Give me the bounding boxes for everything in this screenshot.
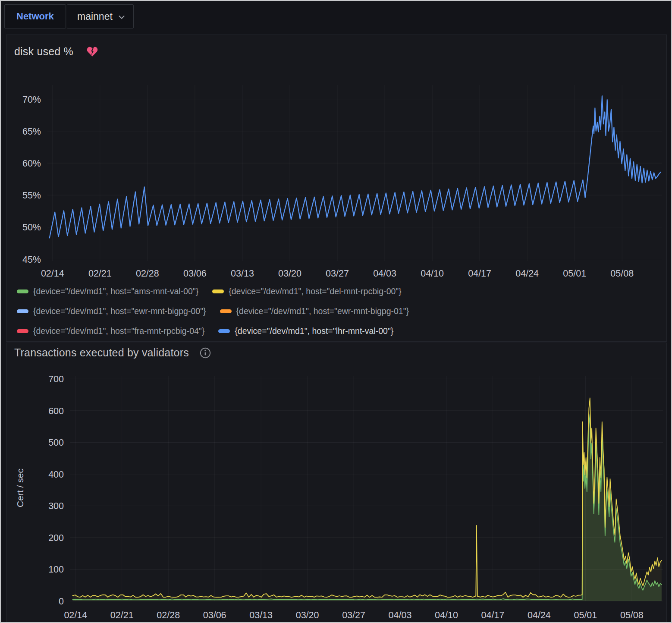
variable-label-text: Network [16,11,54,22]
chevron-down-icon [117,13,126,22]
tx-panel-title: Transactions executed by validators [14,346,189,359]
svg-text:50%: 50% [22,222,41,233]
svg-text:04/10: 04/10 [435,610,458,620]
variable-bar: Network mainnet [1,1,671,33]
legend-item-label: {device="/dev/md1", host="ewr-mnt-bigpg-… [33,306,206,316]
svg-text:400: 400 [48,469,64,480]
legend-item[interactable]: {device="/dev/md1", host="lhr-mnt-val-00… [218,321,393,341]
tx-panel-header[interactable]: Transactions executed by validators [6,343,666,359]
svg-text:02/28: 02/28 [157,610,180,620]
heart-break-icon [86,46,98,57]
series-color-swatch [218,329,230,333]
legend-item[interactable]: {device="/dev/md1", host="ewr-mnt-bigpg-… [17,301,206,321]
svg-text:04/17: 04/17 [468,268,491,279]
svg-text:03/20: 03/20 [278,268,301,279]
svg-text:02/14: 02/14 [64,610,87,620]
svg-text:03/13: 03/13 [249,610,273,620]
series-color-swatch [17,309,28,313]
svg-text:0: 0 [59,596,64,607]
svg-text:03/27: 03/27 [326,268,349,279]
svg-text:05/08: 05/08 [620,610,644,620]
disk-chart-legend: {device="/dev/md1", host="ams-mnt-val-00… [17,281,578,341]
legend-item[interactable]: {device="/dev/md1", host="ams-mnt-val-00… [17,281,198,301]
svg-text:55%: 55% [22,190,41,201]
svg-text:100: 100 [48,564,64,575]
variable-network-dropdown[interactable]: mainnet [67,4,134,28]
svg-text:200: 200 [48,533,64,543]
svg-text:02/21: 02/21 [88,268,112,279]
svg-text:03/06: 03/06 [183,268,207,279]
variable-value-text: mainnet [77,11,113,22]
legend-item-label: {device="/dev/md1", host="ams-mnt-val-00… [33,286,198,296]
svg-text:05/01: 05/01 [563,268,586,279]
series-color-swatch [17,289,28,293]
legend-item-label: {device="/dev/md1", host="fra-mnt-rpcbig… [33,326,204,336]
svg-text:04/03: 04/03 [389,610,412,620]
y-axis-label: Cert / sec [15,469,25,507]
grafana-dashboard: Network mainnet disk used % 45%50%55%60%… [0,0,672,623]
svg-text:05/08: 05/08 [610,268,634,279]
disk-used-panel: disk used % 45%50%55%60%65%70%02/1402/21… [6,35,667,342]
svg-text:04/24: 04/24 [515,268,539,279]
svg-text:45%: 45% [22,255,41,265]
transactions-chart[interactable]: 010020030040050060070002/1402/2102/2803/… [6,367,667,623]
svg-text:03/20: 03/20 [296,610,319,620]
info-circle-icon[interactable] [199,347,211,359]
legend-item[interactable]: {device="/dev/md1", host="del-mnt-rpcbig… [212,281,402,301]
svg-text:04/03: 04/03 [373,268,396,279]
svg-text:04/10: 04/10 [421,268,444,279]
svg-text:600: 600 [48,406,64,416]
disk-used-chart[interactable]: 45%50%55%60%65%70%02/1402/2102/2803/0603… [6,76,667,281]
transactions-panel: Transactions executed by validators 0100… [6,343,667,623]
svg-text:03/06: 03/06 [203,610,226,620]
variable-network-label: Network [4,4,66,28]
svg-text:02/14: 02/14 [41,268,64,279]
series-color-swatch [17,329,28,333]
svg-text:03/27: 03/27 [342,610,365,620]
svg-text:04/17: 04/17 [481,610,505,620]
svg-text:05/01: 05/01 [574,610,597,620]
disk-panel-title: disk used % [14,45,73,58]
legend-item[interactable]: {device="/dev/md1", host="ewr-mnt-bigpg-… [220,301,409,321]
legend-item[interactable]: {device="/dev/md1", host="fra-mnt-rpcbig… [17,321,204,341]
svg-text:60%: 60% [22,158,41,169]
disk-panel-header[interactable]: disk used % [6,35,666,58]
svg-text:300: 300 [48,501,64,511]
svg-text:02/21: 02/21 [110,610,134,620]
svg-text:02/28: 02/28 [136,268,159,279]
legend-item-label: {device="/dev/md1", host="lhr-mnt-val-00… [235,326,393,336]
series-color-swatch [212,289,224,293]
svg-text:65%: 65% [22,126,41,137]
svg-text:03/13: 03/13 [231,268,254,279]
series-color-swatch [220,309,232,313]
svg-text:04/24: 04/24 [528,610,551,620]
svg-text:500: 500 [48,437,64,448]
svg-text:70%: 70% [22,94,41,105]
legend-item-label: {device="/dev/md1", host="del-mnt-rpcbig… [229,286,402,296]
legend-item-label: {device="/dev/md1", host="ewr-mnt-bigpg-… [236,306,409,316]
svg-text:700: 700 [48,374,64,384]
